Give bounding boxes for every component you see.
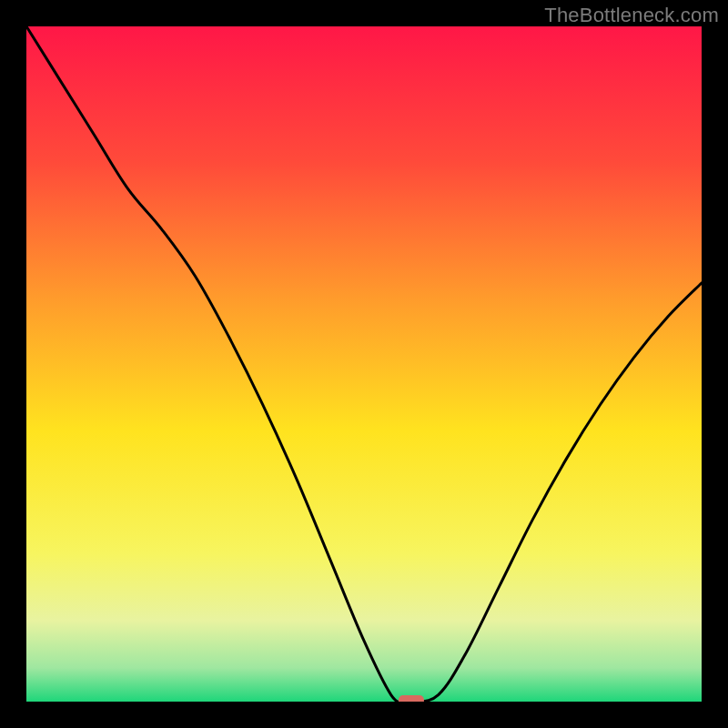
chart-svg (26, 26, 702, 702)
watermark-text: TheBottleneck.com (544, 4, 719, 27)
gradient-background (26, 26, 702, 702)
chart-frame: TheBottleneck.com (0, 0, 728, 728)
optimum-marker (399, 695, 424, 702)
chart-plot-area (26, 26, 702, 702)
